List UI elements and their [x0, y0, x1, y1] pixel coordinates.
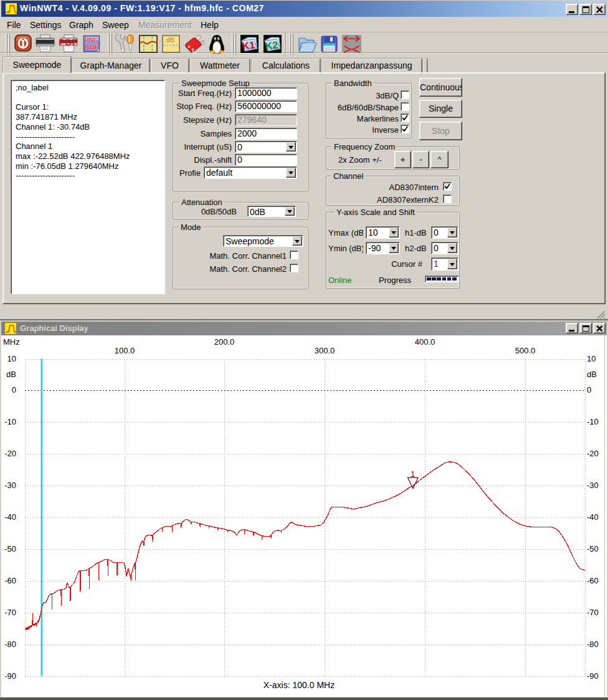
svg-text:K2: K2 — [265, 39, 278, 51]
svg-text:K1: K1 — [242, 39, 255, 51]
svg-text:PDF: PDF — [59, 37, 78, 47]
svg-text:BMP: BMP — [85, 44, 99, 51]
svg-text:1: 1 — [411, 469, 415, 479]
svg-text:dB: dB — [166, 37, 174, 44]
svg-text:PNG: PNG — [85, 36, 99, 44]
